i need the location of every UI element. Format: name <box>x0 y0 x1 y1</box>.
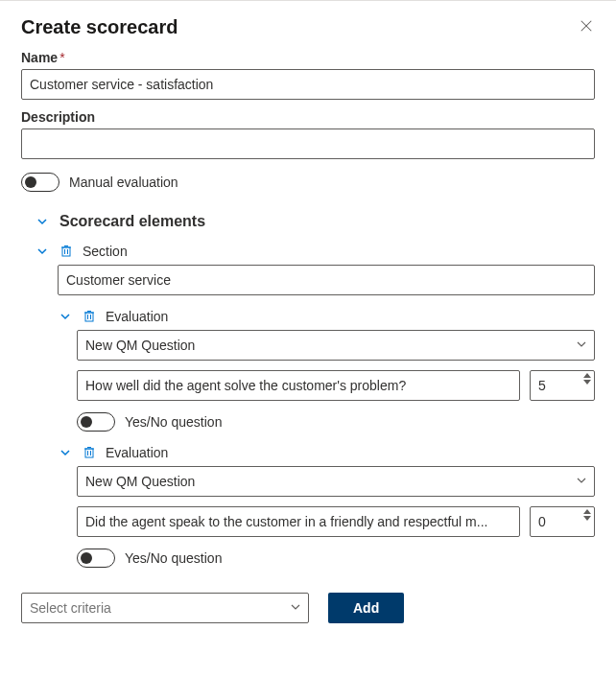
scorecard-elements-header: Scorecard elements <box>35 213 595 230</box>
spinner-down-icon[interactable] <box>583 516 591 521</box>
spinner-down-icon[interactable] <box>583 380 591 385</box>
section-header: Section <box>35 244 595 259</box>
name-label-text: Name <box>21 50 58 65</box>
delete-section-icon[interactable] <box>59 244 75 259</box>
create-scorecard-panel: Create scorecard Name* Description Manua… <box>0 0 616 677</box>
evaluation-header-2: Evaluation <box>58 445 595 460</box>
yesno-label: Yes/No question <box>125 414 222 430</box>
manual-evaluation-label: Manual evaluation <box>69 175 178 190</box>
panel-header: Create scorecard <box>21 16 595 38</box>
score-spinner <box>583 373 591 385</box>
required-asterisk: * <box>59 50 64 65</box>
add-button[interactable]: Add <box>328 593 404 623</box>
evaluation-1-question-row <box>77 370 595 401</box>
yesno-toggle[interactable] <box>77 412 115 432</box>
evaluation-2-type-wrap <box>77 466 595 497</box>
evaluation-header-1: Evaluation <box>58 309 595 324</box>
close-icon[interactable] <box>578 16 595 37</box>
section-name-input[interactable] <box>58 265 595 295</box>
score-wrap <box>530 506 595 537</box>
score-wrap <box>530 370 595 401</box>
section-label: Section <box>83 244 128 259</box>
chevron-down-icon[interactable] <box>35 214 50 229</box>
manual-evaluation-toggle-row: Manual evaluation <box>21 173 595 192</box>
section-name-wrap <box>58 265 595 295</box>
criteria-select[interactable] <box>21 593 309 623</box>
evaluation-2-body: Yes/No question <box>77 466 595 568</box>
svg-rect-7 <box>85 313 93 321</box>
manual-evaluation-toggle[interactable] <box>21 173 59 192</box>
yesno-toggle[interactable] <box>77 549 115 568</box>
evaluation-2-question-row <box>77 506 595 537</box>
yesno-label: Yes/No question <box>125 550 222 566</box>
name-input[interactable] <box>21 69 595 100</box>
toggle-knob <box>81 552 92 564</box>
toggle-knob <box>81 416 92 428</box>
evaluation-label: Evaluation <box>106 309 168 324</box>
spinner-up-icon[interactable] <box>583 373 591 378</box>
scorecard-elements-label: Scorecard elements <box>59 213 205 230</box>
delete-evaluation-icon[interactable] <box>83 309 98 324</box>
toggle-knob <box>25 176 36 188</box>
chevron-down-icon[interactable] <box>58 309 73 324</box>
panel-title: Create scorecard <box>21 16 178 38</box>
score-spinner <box>583 509 591 521</box>
yesno-toggle-row-2: Yes/No question <box>77 549 595 568</box>
chevron-down-icon[interactable] <box>58 445 73 460</box>
description-label: Description <box>21 109 595 125</box>
svg-rect-2 <box>62 247 70 256</box>
delete-evaluation-icon[interactable] <box>83 445 98 460</box>
evaluation-1-type-wrap <box>77 330 595 361</box>
description-input[interactable] <box>21 128 595 159</box>
question-text-input[interactable] <box>77 370 520 401</box>
evaluation-label: Evaluation <box>106 445 168 460</box>
svg-rect-12 <box>85 449 93 457</box>
evaluation-type-select[interactable] <box>77 330 595 361</box>
add-criteria-row: Add <box>21 593 595 623</box>
name-label: Name* <box>21 50 595 65</box>
question-text-input[interactable] <box>77 506 520 537</box>
evaluation-type-select[interactable] <box>77 466 595 497</box>
criteria-select-wrap <box>21 593 309 623</box>
chevron-down-icon[interactable] <box>35 244 50 259</box>
spinner-up-icon[interactable] <box>583 509 591 514</box>
yesno-toggle-row-1: Yes/No question <box>77 412 595 432</box>
evaluation-1-body: Yes/No question <box>77 330 595 432</box>
